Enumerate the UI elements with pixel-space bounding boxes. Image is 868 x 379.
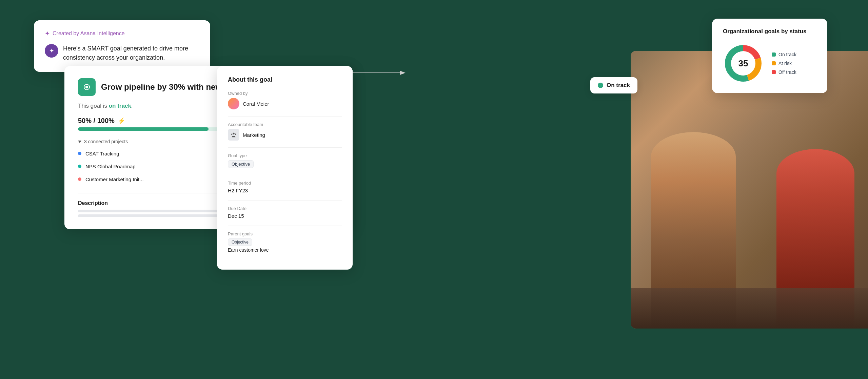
divider-5 [228, 226, 342, 226]
desk-area [631, 288, 868, 329]
legend-off-track-label: Off track [778, 69, 796, 75]
legend-at-risk-label: At risk [778, 61, 792, 66]
owner-row: Coral Meier [228, 98, 342, 109]
divider-4 [228, 200, 342, 201]
ai-card-text: Here's a SMART goal generated to drive m… [63, 44, 199, 62]
svg-marker-0 [400, 71, 406, 75]
goal-status-value: on track [109, 103, 131, 109]
legend-on-track-label: On track [778, 52, 796, 57]
due-date-label: Due Date [228, 206, 342, 211]
owned-by-label: Owned by [228, 91, 342, 96]
project-dot-3 [78, 177, 81, 181]
team-row: Marketing [228, 129, 342, 141]
divider-3 [228, 175, 342, 175]
svg-point-2 [85, 86, 88, 88]
legend-dot-green [772, 52, 776, 57]
goal-icon [78, 78, 96, 96]
owner-avatar [228, 98, 239, 109]
progress-separator: / [94, 117, 97, 124]
goal-status-prefix: This goal is [78, 103, 107, 109]
ai-card: ✦ Created by Asana Intelligence ✦ Here's… [34, 20, 210, 72]
ai-icon: ✦ [45, 44, 58, 58]
goal-type-label: Goal type [228, 153, 342, 158]
owner-name: Coral Meier [243, 101, 269, 107]
about-panel-title: About this goal [228, 76, 342, 83]
accountable-team-label: Accountable team [228, 122, 342, 127]
about-panel: About this goal Owned by Coral Meier Acc… [217, 66, 353, 270]
parent-goals-section: Parent goals Objective Earn customer lov… [228, 231, 342, 253]
project-dot-1 [78, 152, 81, 155]
legend-off-track: Off track [772, 69, 796, 75]
divider-1 [228, 116, 342, 117]
time-period-label: Time period [228, 181, 342, 186]
donut-chart: 35 [723, 43, 764, 84]
sparkle-icon: ✦ [45, 30, 50, 37]
owned-by-section: Owned by Coral Meier [228, 91, 342, 109]
team-name: Marketing [243, 132, 265, 138]
due-date-section: Due Date Dec 15 [228, 206, 342, 219]
divider-2 [228, 147, 342, 148]
legend-dot-yellow [772, 61, 776, 65]
chart-title: Organizational goals by status [723, 28, 816, 35]
ai-card-header: ✦ Created by Asana Intelligence [45, 30, 199, 37]
on-track-badge: On track [590, 77, 637, 93]
progress-total: 100% [97, 117, 115, 124]
on-track-dot [598, 83, 603, 88]
time-period-section: Time period H2 FY23 [228, 181, 342, 193]
parent-goals-label: Parent goals [228, 231, 342, 236]
parent-goal-name: Earn customer love [228, 247, 342, 253]
collapse-icon [78, 141, 81, 143]
parent-goal-badge: Objective [228, 238, 252, 246]
chart-inner: 35 On track At risk Off track [723, 43, 816, 84]
chart-legend: On track At risk Off track [772, 52, 796, 75]
lightning-icon: ⚡ [118, 118, 125, 124]
time-period-value: H2 FY23 [228, 188, 342, 193]
goal-type-badge: Objective [228, 160, 254, 168]
goal-type-section: Goal type Objective [228, 153, 342, 168]
on-track-text: On track [607, 82, 630, 89]
progress-current: 50% [78, 117, 92, 124]
ai-card-body: ✦ Here's a SMART goal generated to drive… [45, 44, 199, 62]
legend-at-risk: At risk [772, 61, 796, 66]
accountable-team-section: Accountable team Marketing [228, 122, 342, 141]
project-dot-2 [78, 165, 81, 168]
progress-bar-fill [78, 127, 209, 131]
legend-dot-red [772, 70, 776, 74]
due-date-value: Dec 15 [228, 213, 342, 219]
org-chart-card: Organizational goals by status 35 On tra… [712, 19, 827, 93]
legend-on-track: On track [772, 52, 796, 57]
team-icon [228, 129, 239, 141]
donut-center-value: 35 [738, 58, 748, 69]
connected-projects-label: 3 connected projects [84, 139, 128, 144]
ai-created-label: Created by Asana Intelligence [53, 30, 125, 37]
